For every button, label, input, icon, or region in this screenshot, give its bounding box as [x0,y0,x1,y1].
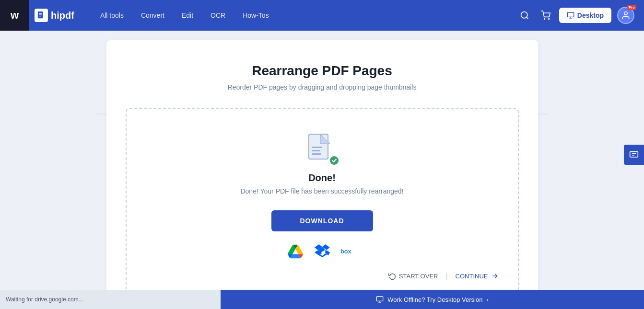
continue-label: CONTINUE [456,273,488,280]
svg-text:box: box [340,248,351,255]
nav-edit[interactable]: Edit [175,8,200,23]
svg-point-7 [549,19,550,20]
svg-rect-40 [312,153,321,155]
nav-all-tools[interactable]: All tools [94,8,130,23]
svg-rect-8 [567,12,574,17]
offline-text: Work Offline? Try Desktop Version [387,296,482,303]
pro-badge: Pro [627,5,636,10]
continue-button[interactable]: CONTINUE [456,272,499,280]
box-button[interactable]: box [340,243,358,260]
desktop-label: Desktop [577,11,604,19]
dropbox-button[interactable] [314,243,331,260]
footer-banner: Waiting for drive.google.com... Work Off… [0,290,644,309]
bottom-actions: START OVER | CONTINUE [146,268,499,280]
waiting-text: Waiting for drive.google.com... [6,296,83,303]
done-icon-wrap [307,133,338,164]
main-card: Rearrange PDF Pages Reorder PDF pages by… [106,40,538,309]
google-drive-button[interactable] [287,243,304,260]
svg-point-6 [544,19,545,20]
ws-icon: w [11,9,18,22]
check-badge [329,155,340,166]
navbar: w hipdf All tools Convert Edit OCR How-T… [0,0,644,31]
hipdf-label: hipdf [51,10,74,21]
start-over-button[interactable]: START OVER [388,272,438,280]
svg-line-5 [527,17,528,19]
footer-desktop-promo[interactable]: Work Offline? Try Desktop Version › [221,290,644,309]
desktop-promo-icon [376,296,384,303]
download-button[interactable]: DOWNLOAD [271,210,373,231]
divider: | [445,272,447,280]
arrow-right-icon [491,272,499,280]
chat-icon [629,150,639,160]
page-subtitle: Reorder PDF pages by dragging and droppi… [126,83,519,91]
svg-point-4 [521,12,527,18]
hipdf-logo-link[interactable]: hipdf [35,9,74,22]
hipdf-icon [35,9,48,22]
page-title: Rearrange PDF Pages [126,63,519,79]
search-button[interactable] [517,8,532,23]
page-background: Rearrange PDF Pages Reorder PDF pages by… [0,31,644,309]
svg-rect-46 [630,151,638,157]
refresh-icon [388,272,396,280]
offline-arrow: › [486,296,488,303]
footer-loading: Waiting for drive.google.com... [0,290,221,309]
svg-rect-43 [377,297,383,301]
nav-convert[interactable]: Convert [134,8,171,23]
start-over-label: START OVER [399,273,438,280]
cart-button[interactable] [538,8,553,23]
desktop-button[interactable]: Desktop [559,8,611,23]
svg-rect-3 [39,16,41,16]
brand: w hipdf [10,0,74,31]
nav-ocr[interactable]: OCR [204,8,232,23]
nav-how-tos[interactable]: How-Tos [236,8,275,23]
nav-links: All tools Convert Edit OCR How-Tos [94,8,517,23]
done-message: Done! Your PDF file has been successfull… [240,187,403,195]
svg-rect-2 [39,14,42,15]
user-avatar[interactable]: Pro [617,7,634,24]
done-area: Done! Done! Your PDF file has been succe… [126,108,519,300]
svg-rect-38 [312,147,322,148]
svg-rect-1 [39,13,42,14]
cloud-actions: box [287,243,358,260]
wondershare-logo: w [0,0,29,31]
svg-rect-39 [312,150,320,151]
svg-point-11 [624,12,628,15]
done-title: Done! [308,172,336,183]
chat-button[interactable] [624,145,644,165]
nav-actions: Desktop Pro [517,7,634,24]
